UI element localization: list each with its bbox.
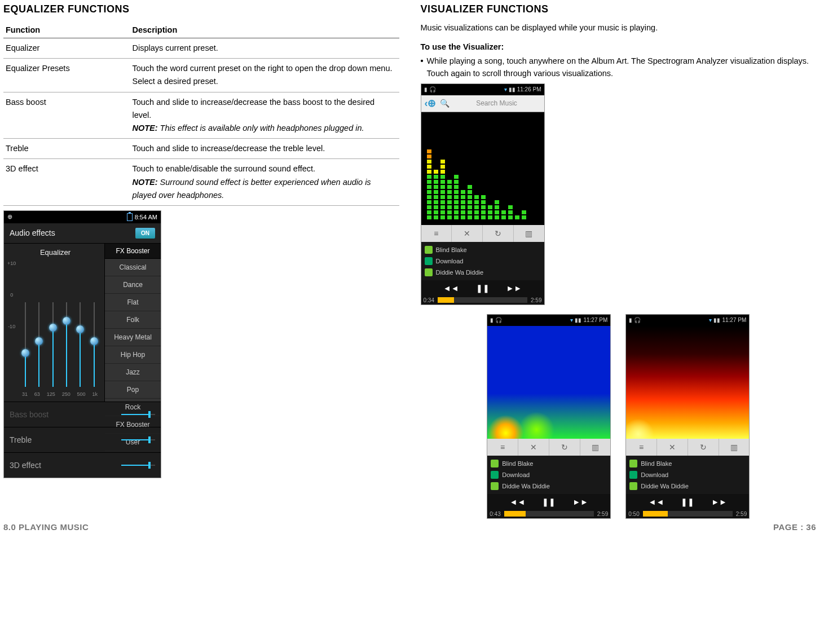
table-row: 3D effect Touch to enable/disable the su… xyxy=(3,159,399,206)
repeat-button[interactable]: ↻ xyxy=(688,439,719,456)
preset-option[interactable]: Hip Hop xyxy=(105,346,161,364)
status-bar: ⊕ 8:54 AM xyxy=(4,211,161,223)
audio-effects-switch[interactable]: ON xyxy=(135,228,155,239)
eq-slider[interactable] xyxy=(25,302,26,387)
equalizer-functions-heading: EQUALIZER FUNCTIONS xyxy=(3,3,399,15)
album-art-visualizer[interactable] xyxy=(421,112,544,225)
pause-button[interactable]: ❚❚ xyxy=(681,497,694,506)
time-bar[interactable]: 0:432:59 xyxy=(487,510,610,518)
track-row[interactable]: Download xyxy=(491,469,607,480)
wifi-icon: ▾ xyxy=(570,317,573,323)
time-current: 0:43 xyxy=(490,511,500,517)
prev-button[interactable]: ◄◄ xyxy=(443,284,459,293)
track-row[interactable]: Blind Blake xyxy=(491,458,607,469)
headphone-icon: 🎧 xyxy=(634,317,641,323)
list-button[interactable]: ≡ xyxy=(487,439,518,456)
preset-option[interactable]: Flat xyxy=(105,294,161,311)
album-art-visualizer[interactable] xyxy=(487,326,610,439)
equalizer-label: Equalizer xyxy=(10,248,101,257)
shuffle-button[interactable]: ✕ xyxy=(452,225,483,242)
track-list: Blind BlakeDownloadDiddie Wa Diddie xyxy=(421,242,544,280)
time-bar[interactable]: 0:342:59 xyxy=(421,296,544,305)
list-button[interactable]: ≡ xyxy=(421,225,452,242)
fn-name: Equalizer Presets xyxy=(3,59,130,92)
equalizer-functions-table: Function Description Equalizer Displays … xyxy=(3,22,399,206)
preset-option[interactable]: Jazz xyxy=(105,364,161,381)
track-row[interactable]: Diddie Wa Diddie xyxy=(491,480,607,492)
preset-option[interactable]: Classical xyxy=(105,259,161,276)
search-icon[interactable]: 🔍 xyxy=(440,99,450,108)
preset-header: FX Booster xyxy=(105,244,161,259)
visualizer-screenshot-red: ▮🎧▾▮▮11:27 PM≡✕↻▥Blind BlakeDownloadDidd… xyxy=(625,314,750,519)
repeat-button[interactable]: ↻ xyxy=(483,225,514,242)
table-row: Equalizer Displays current preset. xyxy=(3,38,399,59)
graph-button[interactable]: ▥ xyxy=(719,439,750,456)
status-time: 8:54 AM xyxy=(135,214,157,220)
scale-label: -10 xyxy=(7,324,16,329)
eq-setting-name: Treble xyxy=(10,435,32,444)
next-button[interactable]: ►► xyxy=(506,284,522,293)
preset-option[interactable]: Heavy Metal xyxy=(105,329,161,346)
track-name: Blind Blake xyxy=(436,246,467,253)
status-left-icon: ⊕ xyxy=(7,213,12,220)
time-total: 2:59 xyxy=(531,297,541,303)
eq-slider[interactable] xyxy=(94,302,95,387)
track-name: Download xyxy=(436,258,464,264)
track-cover-icon xyxy=(425,257,433,265)
next-button[interactable]: ►► xyxy=(711,497,727,506)
bars-icon: ▮ xyxy=(424,86,428,92)
preset-option[interactable]: Dance xyxy=(105,276,161,294)
track-name: Diddie Wa Diddie xyxy=(436,269,484,276)
fn-desc: Displays current preset. xyxy=(130,38,399,59)
prev-button[interactable]: ◄◄ xyxy=(649,497,664,506)
track-name: Diddie Wa Diddie xyxy=(502,483,550,489)
eq-setting-slider[interactable] xyxy=(121,412,155,417)
time-current: 0:50 xyxy=(628,511,639,517)
track-row[interactable]: Download xyxy=(425,255,541,267)
track-cover-icon xyxy=(629,460,637,467)
track-name: Download xyxy=(641,471,668,478)
track-row[interactable]: Blind Blake xyxy=(629,458,746,469)
time-bar[interactable]: 0:502:59 xyxy=(626,510,749,518)
graph-button[interactable]: ▥ xyxy=(580,439,611,456)
list-button[interactable]: ≡ xyxy=(626,439,657,456)
track-row[interactable]: Diddie Wa Diddie xyxy=(425,267,541,278)
eq-setting-slider[interactable] xyxy=(121,462,155,468)
track-row[interactable]: Diddie Wa Diddie xyxy=(629,480,746,492)
eq-slider[interactable] xyxy=(52,302,54,387)
preset-option[interactable]: Pop xyxy=(105,381,161,399)
track-cover-icon xyxy=(491,471,499,479)
track-row[interactable]: Blind Blake xyxy=(425,244,541,255)
repeat-button[interactable]: ↻ xyxy=(549,439,580,456)
track-cover-icon xyxy=(425,246,433,254)
preset-dropdown[interactable]: FX Booster ClassicalDanceFlatFolkHeavy M… xyxy=(104,244,161,402)
prev-button[interactable]: ◄◄ xyxy=(510,497,526,506)
pause-button[interactable]: ❚❚ xyxy=(542,497,556,506)
eq-slider[interactable] xyxy=(80,302,81,387)
graph-button[interactable]: ▥ xyxy=(514,225,544,242)
track-row[interactable]: Download xyxy=(629,469,746,480)
eq-setting-slider[interactable] xyxy=(121,437,155,443)
back-icon[interactable]: ‹⊕ xyxy=(425,97,437,109)
shuffle-button[interactable]: ✕ xyxy=(657,439,688,456)
search-placeholder[interactable]: Search Music xyxy=(453,99,541,107)
status-time: 11:27 PM xyxy=(722,317,746,323)
album-art-visualizer[interactable] xyxy=(626,326,749,439)
eq-setting-row[interactable]: 3D effect xyxy=(4,452,161,478)
pause-button[interactable]: ❚❚ xyxy=(476,284,490,293)
visualizer-intro: Music visualizations can be displayed wh… xyxy=(421,22,817,34)
table-row: Bass boost Touch and slide to increase/d… xyxy=(3,92,399,139)
preset-option[interactable]: FX Booster xyxy=(105,416,161,434)
note-label: NOTE: xyxy=(132,123,157,133)
eq-slider[interactable] xyxy=(66,302,67,387)
track-list: Blind BlakeDownloadDiddie Wa Diddie xyxy=(487,456,610,494)
shuffle-button[interactable]: ✕ xyxy=(518,439,549,456)
preset-option[interactable]: Folk xyxy=(105,311,161,329)
headphone-icon: 🎧 xyxy=(495,317,502,323)
freq-label: 125 xyxy=(47,391,55,397)
eq-slider[interactable] xyxy=(38,302,39,387)
eq-setting-name: 3D effect xyxy=(10,461,41,470)
next-button[interactable]: ►► xyxy=(572,497,588,506)
headphone-icon: 🎧 xyxy=(429,86,436,92)
track-list: Blind BlakeDownloadDiddie Wa Diddie xyxy=(626,456,749,494)
